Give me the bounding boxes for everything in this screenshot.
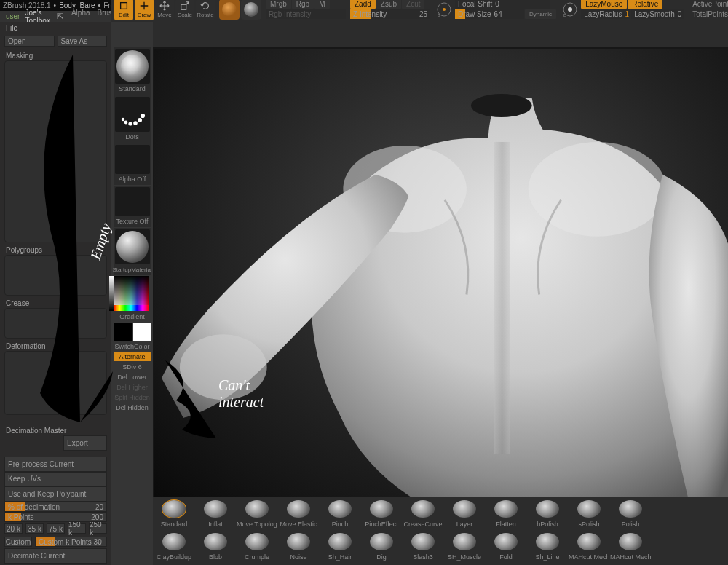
edit-mode-button[interactable]: Edit (114, 0, 133, 20)
brush-crumple[interactable]: Crumple (237, 531, 277, 561)
keep-uvs-button[interactable]: Keep UVs (4, 472, 107, 487)
rgb-button[interactable]: Rgb (292, 0, 314, 9)
rotate-mode-button[interactable]: Rotate (196, 0, 215, 20)
crease-panel (4, 308, 107, 339)
deformation-header: Deformation (4, 341, 107, 351)
tool-column: Standard Dots Alpha Off Texture Off Star… (111, 22, 153, 565)
custom-button[interactable]: Custom (4, 537, 32, 547)
polygroups-panel (4, 255, 107, 296)
preprocess-button[interactable]: Pre-process Current (4, 457, 107, 472)
crease-header: Crease (4, 298, 107, 308)
deformation-panel (4, 351, 107, 415)
custom-kpoints-slider[interactable]: Custom k Points 30 (35, 537, 107, 547)
brush-preview-2-icon[interactable] (241, 0, 261, 20)
kpreset-75k[interactable]: 75 k (47, 523, 65, 534)
file-header: File (4, 24, 107, 34)
del-hidden-button[interactable]: Del Hidden (114, 403, 151, 412)
brush-pinch[interactable]: Pinch (320, 498, 360, 528)
move-mode-button[interactable]: Move (155, 0, 174, 20)
brush-move-topologic[interactable]: Move Topologic (237, 498, 277, 528)
del-lower-button[interactable]: Del Lower (114, 372, 151, 382)
stroke-slot[interactable]: Dots (114, 95, 151, 143)
brush-hpolish[interactable]: hPolish (528, 498, 567, 528)
brush-mahcut-mech-b[interactable]: MAHcut Mech B (569, 531, 609, 561)
svg-point-5 (140, 114, 144, 118)
decimation-percent-slider[interactable]: % of decimation20 (4, 502, 107, 512)
main-area: Edit Draw Move Scale Rotate Mrgb Rgb M R… (153, 22, 728, 565)
viewport-canvas[interactable] (153, 47, 728, 497)
brush-claybuildup[interactable]: ClayBuildup (154, 531, 194, 561)
kpreset-35k[interactable]: 35 k (25, 523, 44, 534)
brush-polish[interactable]: Polish (611, 498, 650, 528)
brush-creasecurve[interactable]: CreaseCurve (403, 498, 443, 528)
focal-shift-slider[interactable]: Focal Shift0 (455, 0, 550, 9)
m-button[interactable]: M (314, 0, 329, 9)
zcut-button[interactable]: Zcut (402, 0, 424, 9)
split-hidden-button: Split Hidden (114, 392, 151, 402)
brush-sh-muscle[interactable]: SH_Muscle (445, 531, 484, 561)
brush-sh-line[interactable]: Sh_Line (528, 531, 567, 561)
svg-point-14 (471, 94, 532, 117)
zsub-button[interactable]: Zsub (376, 0, 401, 9)
use-polypaint-button[interactable]: Use and Keep Polypaint (4, 486, 107, 502)
draw-mode-button[interactable]: Draw (135, 0, 154, 20)
color-swatches[interactable] (114, 323, 151, 341)
brush-spolish[interactable]: sPolish (569, 498, 609, 528)
sdiv-slider[interactable]: SDiv 6 (114, 362, 151, 371)
brush-sh-hair[interactable]: Sh_Hair (320, 531, 360, 561)
draw-size-slider[interactable]: Draw Size64 (455, 9, 524, 19)
mrgb-button[interactable]: Mrgb (266, 0, 291, 9)
kpreset-250k[interactable]: 250 k (89, 523, 107, 534)
polygroups-header: Polygroups (4, 245, 107, 255)
brush-mahcut-mech-a[interactable]: MAHcut Mech A (611, 531, 650, 561)
svg-point-1 (124, 121, 127, 125)
alternate-button[interactable]: Alternate (114, 352, 151, 361)
texture-slot[interactable]: Texture Off (114, 186, 151, 227)
brush-dig[interactable]: Dig (362, 531, 401, 561)
brush-standard[interactable]: Standard (154, 498, 194, 528)
rgb-intensity-slider[interactable]: Rgb Intensity (266, 9, 346, 19)
relative-button[interactable]: Relative (628, 0, 662, 9)
focal-knob-icon[interactable]: S (435, 0, 454, 19)
brush-noise[interactable]: Noise (279, 531, 318, 561)
export-button[interactable]: Export (63, 435, 107, 451)
svg-point-18 (180, 334, 267, 400)
brush-slot[interactable]: Standard (114, 47, 151, 95)
kpoints-slider[interactable]: k Points200 (4, 512, 107, 522)
kpreset-150k[interactable]: 150 k (68, 523, 86, 534)
brush-preview-icon[interactable] (219, 0, 240, 20)
save-as-button[interactable]: Save As (58, 36, 108, 47)
svg-point-12 (568, 7, 572, 12)
brush-pincheffect[interactable]: PinchEffect (362, 498, 401, 528)
brush-blob[interactable]: Blob (196, 531, 235, 561)
kpreset-20k[interactable]: 20 k (4, 523, 23, 534)
brush-flatten[interactable]: Flatten (486, 498, 526, 528)
masking-panel (4, 60, 107, 242)
dynamic-button[interactable]: Dynamic (525, 9, 556, 19)
brush-slash-[interactable]: Slash3 (403, 531, 443, 561)
material-slot[interactable]: StartupMaterial (114, 228, 151, 275)
zadd-button[interactable]: Zadd (350, 0, 376, 9)
z-intensity-slider[interactable]: Z Intensity25 (350, 9, 430, 19)
brush-layer[interactable]: Layer (445, 498, 484, 528)
top-toolbar: Edit Draw Move Scale Rotate Mrgb Rgb M R… (111, 0, 728, 22)
popout-icon[interactable]: ⇱ (57, 12, 63, 21)
color-picker[interactable] (114, 276, 151, 311)
decimation-header: Decimation Master (4, 425, 107, 435)
lazy-knob-icon[interactable]: D (561, 0, 579, 19)
scale-mode-button[interactable]: Scale (175, 0, 194, 20)
lazyradius-slider[interactable]: LazyRadius1 (581, 9, 630, 19)
gradient-button[interactable]: Gradient (114, 312, 151, 321)
brush-move-elastic[interactable]: Move Elastic (279, 498, 318, 528)
del-higher-button: Del Higher (114, 382, 151, 392)
brush-inflat[interactable]: Inflat (196, 498, 235, 528)
lazysmooth-slider[interactable]: LazySmooth0 (631, 9, 684, 19)
svg-point-4 (138, 118, 142, 122)
active-points-label: ActivePoints: 9.130 Mil (688, 0, 728, 9)
lazymouse-button[interactable]: LazyMouse (581, 0, 627, 9)
brush-fold[interactable]: Fold (486, 531, 526, 561)
decimate-current-button[interactable]: Decimate Current (4, 548, 107, 564)
open-button[interactable]: Open (4, 36, 55, 47)
alpha-slot[interactable]: Alpha Off (114, 143, 151, 185)
switch-color-button[interactable]: SwitchColor (114, 341, 151, 351)
